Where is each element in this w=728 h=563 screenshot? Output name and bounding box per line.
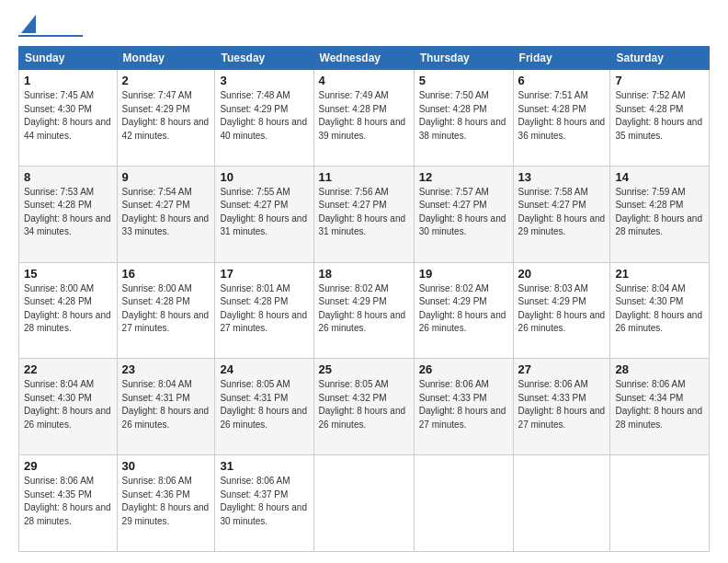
logo-triangle-icon bbox=[21, 15, 36, 33]
day-number: 18 bbox=[319, 267, 409, 281]
day-number: 6 bbox=[518, 74, 606, 87]
day-number: 15 bbox=[24, 267, 112, 281]
day-number: 16 bbox=[122, 267, 210, 281]
day-info: Sunrise: 7:52 AMSunset: 4:28 PMDaylight:… bbox=[615, 89, 704, 143]
day-info: Sunrise: 7:58 AMSunset: 4:27 PMDaylight:… bbox=[518, 186, 606, 239]
calendar-cell: 5Sunrise: 7:50 AMSunset: 4:28 PMDaylight… bbox=[414, 70, 513, 167]
day-info: Sunrise: 8:02 AMSunset: 4:29 PMDaylight:… bbox=[419, 282, 508, 336]
calendar-cell: 31Sunrise: 8:06 AMSunset: 4:37 PMDayligh… bbox=[215, 455, 313, 552]
calendar-day-header: Thursday bbox=[414, 47, 513, 70]
logo bbox=[18, 15, 83, 37]
calendar-week-row: 22Sunrise: 8:04 AMSunset: 4:30 PMDayligh… bbox=[19, 359, 710, 455]
calendar-cell: 26Sunrise: 8:06 AMSunset: 4:33 PMDayligh… bbox=[414, 359, 513, 455]
calendar-cell: 25Sunrise: 8:05 AMSunset: 4:32 PMDayligh… bbox=[313, 359, 414, 455]
day-info: Sunrise: 8:06 AMSunset: 4:33 PMDaylight:… bbox=[518, 378, 606, 431]
calendar-day-header: Saturday bbox=[610, 47, 710, 70]
day-info: Sunrise: 8:03 AMSunset: 4:29 PMDaylight:… bbox=[518, 282, 606, 336]
calendar-cell: 11Sunrise: 7:56 AMSunset: 4:27 PMDayligh… bbox=[313, 166, 414, 262]
day-number: 19 bbox=[419, 267, 508, 281]
day-number: 25 bbox=[319, 362, 409, 376]
day-number: 3 bbox=[220, 74, 308, 87]
calendar-cell: 21Sunrise: 8:04 AMSunset: 4:30 PMDayligh… bbox=[610, 262, 710, 359]
calendar-cell: 12Sunrise: 7:57 AMSunset: 4:27 PMDayligh… bbox=[414, 166, 513, 262]
day-info: Sunrise: 7:55 AMSunset: 4:27 PMDaylight:… bbox=[220, 186, 308, 239]
calendar-cell: 8Sunrise: 7:53 AMSunset: 4:28 PMDaylight… bbox=[19, 166, 118, 262]
calendar-cell: 16Sunrise: 8:00 AMSunset: 4:28 PMDayligh… bbox=[117, 262, 215, 359]
calendar-week-row: 29Sunrise: 8:06 AMSunset: 4:35 PMDayligh… bbox=[19, 455, 710, 552]
day-number: 11 bbox=[319, 170, 409, 184]
calendar-day-header: Friday bbox=[513, 47, 610, 70]
day-info: Sunrise: 8:04 AMSunset: 4:30 PMDaylight:… bbox=[615, 282, 704, 336]
day-number: 4 bbox=[319, 74, 409, 87]
day-info: Sunrise: 8:05 AMSunset: 4:32 PMDaylight:… bbox=[319, 378, 409, 431]
calendar-cell: 7Sunrise: 7:52 AMSunset: 4:28 PMDaylight… bbox=[610, 70, 710, 167]
calendar-cell: 9Sunrise: 7:54 AMSunset: 4:27 PMDaylight… bbox=[117, 166, 215, 262]
day-number: 21 bbox=[615, 267, 704, 281]
day-number: 1 bbox=[24, 74, 112, 87]
calendar-cell: 30Sunrise: 8:06 AMSunset: 4:36 PMDayligh… bbox=[117, 455, 215, 552]
day-info: Sunrise: 7:54 AMSunset: 4:27 PMDaylight:… bbox=[122, 186, 210, 239]
day-info: Sunrise: 7:49 AMSunset: 4:28 PMDaylight:… bbox=[319, 89, 409, 143]
calendar-week-row: 1Sunrise: 7:45 AMSunset: 4:30 PMDaylight… bbox=[19, 70, 710, 167]
calendar-cell: 10Sunrise: 7:55 AMSunset: 4:27 PMDayligh… bbox=[215, 166, 313, 262]
day-info: Sunrise: 7:50 AMSunset: 4:28 PMDaylight:… bbox=[419, 89, 508, 143]
day-info: Sunrise: 7:57 AMSunset: 4:27 PMDaylight:… bbox=[419, 186, 508, 239]
day-info: Sunrise: 8:00 AMSunset: 4:28 PMDaylight:… bbox=[24, 282, 112, 336]
day-info: Sunrise: 7:53 AMSunset: 4:28 PMDaylight:… bbox=[24, 186, 112, 239]
day-number: 23 bbox=[122, 362, 210, 376]
calendar-cell: 3Sunrise: 7:48 AMSunset: 4:29 PMDaylight… bbox=[215, 70, 313, 167]
day-number: 8 bbox=[24, 170, 112, 184]
svg-marker-0 bbox=[21, 15, 36, 33]
day-info: Sunrise: 8:00 AMSunset: 4:28 PMDaylight:… bbox=[122, 282, 210, 336]
calendar-cell bbox=[414, 455, 513, 552]
page: SundayMondayTuesdayWednesdayThursdayFrid… bbox=[0, 0, 728, 563]
calendar-week-row: 8Sunrise: 7:53 AMSunset: 4:28 PMDaylight… bbox=[19, 166, 710, 262]
logo-underline bbox=[18, 35, 83, 37]
day-number: 26 bbox=[419, 362, 508, 376]
calendar-cell: 2Sunrise: 7:47 AMSunset: 4:29 PMDaylight… bbox=[117, 70, 215, 167]
day-info: Sunrise: 8:06 AMSunset: 4:34 PMDaylight:… bbox=[615, 378, 704, 431]
day-info: Sunrise: 8:06 AMSunset: 4:37 PMDaylight:… bbox=[220, 475, 308, 528]
calendar-cell: 24Sunrise: 8:05 AMSunset: 4:31 PMDayligh… bbox=[215, 359, 313, 455]
calendar-day-header: Sunday bbox=[19, 47, 118, 70]
day-info: Sunrise: 8:06 AMSunset: 4:33 PMDaylight:… bbox=[419, 378, 508, 431]
calendar-cell: 29Sunrise: 8:06 AMSunset: 4:35 PMDayligh… bbox=[19, 455, 118, 552]
day-number: 7 bbox=[615, 74, 704, 87]
day-number: 30 bbox=[122, 459, 210, 473]
calendar-table: SundayMondayTuesdayWednesdayThursdayFrid… bbox=[18, 46, 710, 552]
day-number: 29 bbox=[24, 459, 112, 473]
day-info: Sunrise: 8:01 AMSunset: 4:28 PMDaylight:… bbox=[220, 282, 308, 336]
calendar-cell: 23Sunrise: 8:04 AMSunset: 4:31 PMDayligh… bbox=[117, 359, 215, 455]
day-info: Sunrise: 8:05 AMSunset: 4:31 PMDaylight:… bbox=[220, 378, 308, 431]
calendar-day-header: Wednesday bbox=[313, 47, 414, 70]
header bbox=[18, 15, 710, 37]
calendar-cell: 22Sunrise: 8:04 AMSunset: 4:30 PMDayligh… bbox=[19, 359, 118, 455]
calendar-week-row: 15Sunrise: 8:00 AMSunset: 4:28 PMDayligh… bbox=[19, 262, 710, 359]
day-number: 14 bbox=[615, 170, 704, 184]
calendar-day-header: Monday bbox=[117, 47, 215, 70]
calendar-day-header: Tuesday bbox=[215, 47, 313, 70]
calendar-cell: 27Sunrise: 8:06 AMSunset: 4:33 PMDayligh… bbox=[513, 359, 610, 455]
calendar-cell: 1Sunrise: 7:45 AMSunset: 4:30 PMDaylight… bbox=[19, 70, 118, 167]
day-info: Sunrise: 7:56 AMSunset: 4:27 PMDaylight:… bbox=[319, 186, 409, 239]
day-number: 28 bbox=[615, 362, 704, 376]
calendar-cell: 28Sunrise: 8:06 AMSunset: 4:34 PMDayligh… bbox=[610, 359, 710, 455]
calendar-cell: 14Sunrise: 7:59 AMSunset: 4:28 PMDayligh… bbox=[610, 166, 710, 262]
day-number: 5 bbox=[419, 74, 508, 87]
day-number: 27 bbox=[518, 362, 606, 376]
day-info: Sunrise: 7:51 AMSunset: 4:28 PMDaylight:… bbox=[518, 89, 606, 143]
calendar-cell bbox=[610, 455, 710, 552]
calendar-header-row: SundayMondayTuesdayWednesdayThursdayFrid… bbox=[19, 47, 710, 70]
day-number: 12 bbox=[419, 170, 508, 184]
calendar-cell: 6Sunrise: 7:51 AMSunset: 4:28 PMDaylight… bbox=[513, 70, 610, 167]
day-info: Sunrise: 7:45 AMSunset: 4:30 PMDaylight:… bbox=[24, 89, 112, 143]
day-number: 31 bbox=[220, 459, 308, 473]
day-number: 24 bbox=[220, 362, 308, 376]
day-info: Sunrise: 8:04 AMSunset: 4:30 PMDaylight:… bbox=[24, 378, 112, 431]
day-number: 9 bbox=[122, 170, 210, 184]
day-number: 22 bbox=[24, 362, 112, 376]
calendar-cell: 4Sunrise: 7:49 AMSunset: 4:28 PMDaylight… bbox=[313, 70, 414, 167]
day-number: 17 bbox=[220, 267, 308, 281]
day-number: 13 bbox=[518, 170, 606, 184]
calendar-cell: 17Sunrise: 8:01 AMSunset: 4:28 PMDayligh… bbox=[215, 262, 313, 359]
